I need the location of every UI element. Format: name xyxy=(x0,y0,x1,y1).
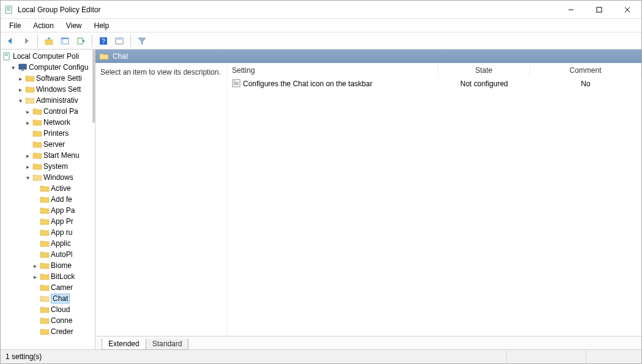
svg-rect-1 xyxy=(7,7,10,8)
back-button[interactable] xyxy=(3,34,18,48)
menu-view[interactable]: View xyxy=(61,20,87,31)
svg-marker-9 xyxy=(25,38,29,44)
tree-admin-templates[interactable]: ▾ Administrativ xyxy=(2,95,95,106)
toolbar: ? xyxy=(1,32,641,50)
svg-marker-21 xyxy=(138,38,146,45)
svg-rect-22 xyxy=(4,53,9,60)
menu-help[interactable]: Help xyxy=(89,20,114,31)
up-button[interactable] xyxy=(42,34,56,48)
tree-item[interactable]: Active xyxy=(2,183,95,194)
app-icon xyxy=(4,5,14,15)
collapse-icon[interactable]: ▾ xyxy=(9,64,17,71)
folder-icon xyxy=(25,74,35,83)
tree-item[interactable]: App Pr xyxy=(2,216,95,227)
folder-icon xyxy=(32,151,42,160)
status-bar: 1 setting(s) xyxy=(1,350,641,363)
expand-icon[interactable]: ▸ xyxy=(24,119,31,126)
folder-icon xyxy=(40,217,50,226)
setting-comment: No xyxy=(581,80,590,88)
folder-open-icon xyxy=(32,173,42,182)
tree-item[interactable]: Camer xyxy=(2,282,95,293)
tree-item-chat[interactable]: Chat xyxy=(2,293,95,304)
list-header: Setting State Comment xyxy=(227,63,641,78)
svg-rect-30 xyxy=(234,83,239,84)
tree-system[interactable]: ▸ System xyxy=(2,161,95,172)
export-button[interactable] xyxy=(73,34,88,48)
column-state[interactable]: State xyxy=(438,64,530,77)
expand-icon[interactable]: ▸ xyxy=(24,152,31,159)
policy-icon xyxy=(2,52,12,61)
svg-rect-29 xyxy=(234,82,239,83)
tree-root[interactable]: Local Computer Poli xyxy=(2,51,95,62)
folder-open-icon xyxy=(40,294,50,303)
column-setting[interactable]: Setting xyxy=(227,64,438,77)
collapse-icon[interactable]: ▾ xyxy=(17,97,24,104)
tree-item[interactable]: Conne xyxy=(2,315,95,326)
tree-software-settings[interactable]: ▸ Software Setti xyxy=(2,73,95,84)
menu-action[interactable]: Action xyxy=(28,20,58,31)
pane-header: Chat xyxy=(95,50,641,63)
show-hide-tree-button[interactable] xyxy=(58,34,72,48)
tree-item[interactable]: Add fe xyxy=(2,194,95,205)
tree-item[interactable]: ▸Biome xyxy=(2,260,95,271)
tree-server[interactable]: Server xyxy=(2,139,95,150)
tree-item[interactable]: App Pa xyxy=(2,205,95,216)
status-cell xyxy=(507,350,586,363)
tree-item[interactable]: AutoPl xyxy=(2,249,95,260)
tree-control-panel[interactable]: ▸ Control Pa xyxy=(2,106,95,117)
menu-file[interactable]: File xyxy=(4,20,26,31)
window-title: Local Group Policy Editor xyxy=(18,6,100,14)
filter-button[interactable] xyxy=(135,34,149,48)
expand-icon[interactable]: ▸ xyxy=(31,262,39,269)
tab-standard[interactable]: Standard xyxy=(146,338,189,350)
tree-item[interactable]: App ru xyxy=(2,227,95,238)
svg-marker-16 xyxy=(83,39,85,43)
forward-button[interactable] xyxy=(19,34,34,48)
collapse-icon[interactable]: ▾ xyxy=(24,174,31,181)
svg-rect-26 xyxy=(21,70,24,71)
folder-icon xyxy=(40,272,50,281)
expand-icon[interactable]: ▸ xyxy=(24,108,31,115)
maximize-button[interactable] xyxy=(585,1,613,19)
expand-icon[interactable]: ▸ xyxy=(31,273,39,280)
tree-windows-settings[interactable]: ▸ Windows Sett xyxy=(2,84,95,95)
help-button[interactable]: ? xyxy=(96,34,111,48)
tree-scrollbar[interactable] xyxy=(92,50,95,123)
title-bar: Local Group Policy Editor xyxy=(1,1,641,19)
expand-icon[interactable]: ▸ xyxy=(17,75,24,82)
tree-network[interactable]: ▸ Network xyxy=(2,117,95,128)
svg-marker-11 xyxy=(47,37,51,39)
svg-rect-24 xyxy=(5,55,8,56)
svg-rect-3 xyxy=(7,10,10,10)
expand-icon[interactable]: ▸ xyxy=(24,163,31,170)
properties-button[interactable] xyxy=(112,34,127,48)
tree-item[interactable]: Applic xyxy=(2,238,95,249)
svg-rect-20 xyxy=(116,38,123,40)
tree-item[interactable]: ▸BitLock xyxy=(2,271,95,282)
minimize-button[interactable] xyxy=(557,1,585,19)
setting-state: Not configured xyxy=(460,80,508,88)
svg-text:?: ? xyxy=(102,38,105,45)
setting-row[interactable]: Configures the Chat icon on the taskbar … xyxy=(227,78,641,90)
tree-computer-config[interactable]: ▾ Computer Configu xyxy=(2,62,95,73)
expand-icon[interactable]: ▸ xyxy=(17,86,24,93)
tab-extended[interactable]: Extended xyxy=(102,338,146,350)
description-prompt: Select an item to view its description. xyxy=(100,68,221,76)
folder-icon xyxy=(25,85,35,94)
tree-item[interactable]: Creder xyxy=(2,326,95,337)
menu-bar: File Action View Help xyxy=(1,19,641,32)
tree-windows-components[interactable]: ▾ Windows xyxy=(2,172,95,183)
folder-icon xyxy=(40,250,50,259)
details-pane: Chat Select an item to view its descript… xyxy=(95,50,641,349)
folder-icon xyxy=(40,195,50,204)
column-comment[interactable]: Comment xyxy=(530,64,641,77)
svg-rect-10 xyxy=(45,40,53,45)
folder-icon xyxy=(40,228,50,237)
tree-item[interactable]: Cloud xyxy=(2,304,95,315)
folder-icon xyxy=(32,162,42,171)
tree-printers[interactable]: Printers xyxy=(2,128,95,139)
tree-start-menu[interactable]: ▸ Start Menu xyxy=(2,150,95,161)
close-button[interactable] xyxy=(613,1,641,19)
description-column: Select an item to view its description. xyxy=(95,63,227,336)
folder-icon xyxy=(32,107,42,116)
